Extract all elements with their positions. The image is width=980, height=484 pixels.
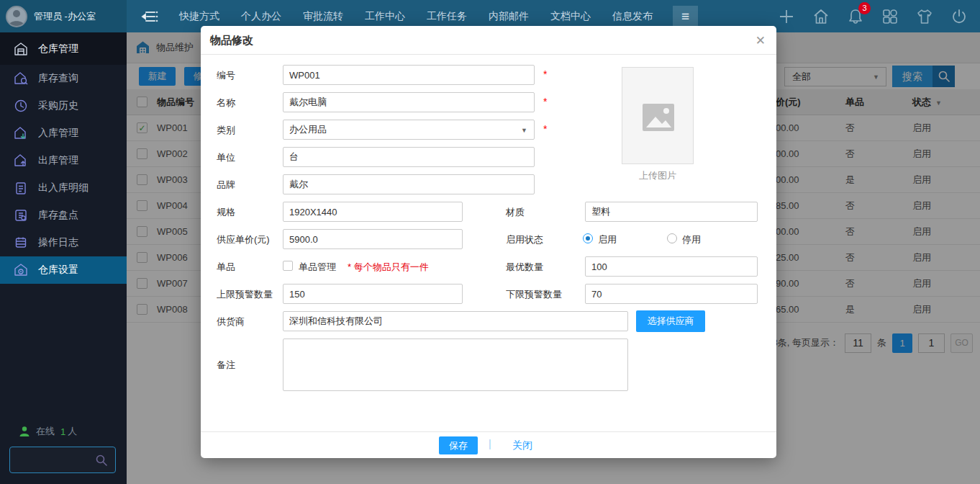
footer-separator: |	[489, 438, 491, 449]
upper-limit-input[interactable]	[283, 284, 463, 304]
app-root: 管理员 -办公室 快捷方式 个人办公 审批流转 工作中心 工作任务 内部邮件 文…	[0, 0, 980, 484]
lower-limit-input[interactable]	[585, 284, 758, 304]
sidebar-item-warehouse-settings[interactable]: 仓库设置	[0, 256, 127, 284]
price-input[interactable]	[283, 229, 463, 249]
online-label: 在线	[36, 425, 55, 438]
log-icon	[14, 236, 28, 250]
clock-icon	[14, 99, 28, 113]
chevron-down-icon: ▼	[521, 120, 527, 140]
field-label-status: 启用状态	[506, 233, 543, 246]
select-supplier-button[interactable]: 选择供应商	[636, 310, 705, 332]
clipboard-icon	[14, 181, 28, 195]
remark-textarea[interactable]	[283, 339, 628, 391]
online-status: 在线 1 人	[19, 425, 77, 438]
menu-collapse-icon[interactable]	[140, 7, 158, 26]
user-name: 管理员 -办公室	[34, 10, 96, 23]
required-asterisk: *	[543, 68, 547, 80]
sidebar-item-outbound-mgmt[interactable]: 出库管理	[0, 147, 127, 174]
field-label-material: 材质	[506, 206, 525, 219]
save-button[interactable]: 保存	[439, 436, 478, 454]
close-icon[interactable]: ✕	[756, 33, 766, 48]
topbar-user-area[interactable]: 管理员 -办公室	[0, 0, 127, 32]
close-button[interactable]: 关闭	[508, 439, 537, 453]
required-asterisk: *	[543, 96, 547, 107]
theme-shirt-icon[interactable]	[915, 7, 934, 26]
inventory-search-icon	[14, 71, 28, 86]
online-person-icon	[19, 426, 30, 437]
sidebar-item-label: 仓库设置	[38, 264, 78, 277]
warehouse-icon	[14, 42, 28, 56]
sidebar-item-inventory-query[interactable]: 库存查询	[0, 65, 127, 92]
item-edit-modal: 物品修改 ✕ 编号 * 名称 * 类别 办公用品 ▼ * 单位 品牌	[201, 26, 776, 458]
modal-title: 物品修改	[201, 26, 776, 55]
field-label-optimal: 最优数量	[506, 261, 543, 274]
code-input[interactable]	[283, 65, 535, 85]
add-icon[interactable]	[777, 7, 796, 26]
topbar-actions: 3	[777, 0, 968, 32]
sidebar-item-in-out-detail[interactable]: 出入库明细	[0, 174, 127, 202]
sidebar-item-label: 出库管理	[38, 154, 78, 167]
status-off-label[interactable]: 停用	[682, 233, 701, 246]
category-selected-value: 办公用品	[289, 124, 327, 135]
field-label-price: 供应单价(元)	[217, 233, 270, 246]
notifications-bell-icon[interactable]: 3	[846, 7, 865, 26]
notification-badge: 3	[858, 2, 871, 14]
warehouse-settings-icon	[14, 263, 28, 277]
person-icon	[7, 7, 26, 26]
upload-image-label[interactable]: 上传图片	[622, 169, 694, 182]
field-label-unit: 单位	[217, 151, 235, 164]
sidebar-item-label: 库存盘点	[38, 209, 78, 222]
user-avatar-icon[interactable]	[6, 6, 27, 27]
single-item-hint: * 每个物品只有一件	[348, 261, 429, 274]
field-label-single: 单品	[217, 261, 235, 274]
sidebar-item-label: 操作日志	[38, 236, 78, 249]
field-label-remark: 备注	[217, 359, 235, 372]
field-label-upper-limit: 上限预警数量	[217, 288, 273, 301]
home-icon[interactable]	[812, 7, 830, 26]
sidebar-item-label: 出入库明细	[38, 182, 89, 194]
field-label-code: 编号	[217, 69, 235, 82]
brand-input[interactable]	[283, 174, 535, 194]
online-suffix: 人	[68, 425, 77, 438]
house-arrow-in-icon	[14, 126, 28, 140]
sidebar-search-input[interactable]	[14, 450, 94, 470]
status-radio-on[interactable]	[583, 233, 593, 243]
sidebar-item-stocktake[interactable]: 库存盘点	[0, 202, 127, 229]
supplier-input[interactable]	[283, 311, 628, 331]
stocktake-book-icon	[14, 208, 28, 223]
unit-input[interactable]	[283, 147, 535, 167]
status-on-label[interactable]: 启用	[598, 233, 617, 246]
field-label-category: 类别	[217, 124, 235, 137]
sidebar-item-label: 采购历史	[38, 99, 78, 112]
field-label-name: 名称	[217, 97, 235, 109]
sidebar-search-box	[9, 447, 116, 473]
status-radio-off[interactable]	[667, 233, 677, 243]
sidebar-item-label: 入库管理	[38, 127, 78, 140]
sidebar: 仓库管理 库存查询 采购历史 入库管理 出库管理	[0, 32, 127, 484]
field-label-lower-limit: 下限预警数量	[506, 288, 562, 301]
sidebar-item-purchase-history[interactable]: 采购历史	[0, 92, 127, 120]
sidebar-item-operation-log[interactable]: 操作日志	[0, 229, 127, 256]
logout-power-icon[interactable]	[950, 7, 968, 26]
house-arrow-out-icon	[14, 153, 28, 168]
optimal-qty-input[interactable]	[585, 256, 758, 277]
nav-more-icon[interactable]: ≡	[673, 6, 698, 27]
apps-grid-icon[interactable]	[881, 7, 899, 26]
single-checkbox-label[interactable]: 单品管理	[299, 261, 336, 274]
name-input[interactable]	[283, 92, 535, 112]
spec-input[interactable]	[283, 202, 463, 222]
modal-footer: 保存 | 关闭	[201, 431, 776, 458]
sidebar-module-warehouse[interactable]: 仓库管理	[0, 32, 127, 65]
field-label-supplier: 供货商	[217, 315, 245, 328]
sidebar-module-label: 仓库管理	[38, 42, 78, 55]
online-count: 1	[60, 426, 65, 437]
material-input[interactable]	[585, 202, 758, 222]
sidebar-item-inbound-mgmt[interactable]: 入库管理	[0, 120, 127, 147]
sidebar-item-label: 库存查询	[38, 72, 78, 85]
field-label-spec: 规格	[217, 206, 235, 219]
category-select[interactable]: 办公用品 ▼	[283, 120, 535, 140]
upload-image-box[interactable]	[622, 67, 694, 164]
required-asterisk: *	[543, 123, 547, 135]
single-item-checkbox[interactable]	[283, 261, 293, 271]
sidebar-search-icon[interactable]	[95, 454, 108, 467]
